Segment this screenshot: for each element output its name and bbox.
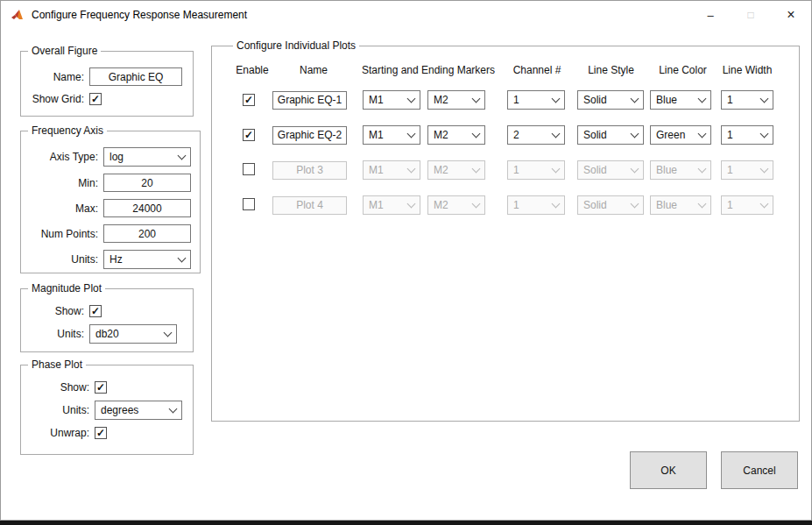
line-width-value: 1 (727, 164, 733, 176)
chevron-down-icon (552, 164, 561, 173)
close-button[interactable]: × (771, 1, 811, 29)
marker-start-value: M1 (369, 199, 384, 211)
plot2-name-input[interactable] (272, 126, 347, 145)
unwrap-checkbox[interactable] (95, 427, 107, 439)
plot3-marker-start-select: M1 (363, 160, 420, 180)
plot4-line-style-select: Solid (577, 195, 644, 215)
header-channel: Channel # (499, 64, 575, 76)
frequency-axis-legend: Frequency Axis (28, 124, 107, 137)
chevron-down-icon (164, 328, 173, 337)
chevron-down-icon (178, 151, 187, 160)
freq-units-select[interactable]: Hz (103, 250, 191, 269)
phase-plot-legend: Phase Plot (28, 358, 86, 371)
line-color-value: Green (656, 129, 685, 141)
plot1-line-width-select[interactable]: 1 (721, 90, 773, 110)
individual-plots-group: Configure Individual Plots Enable Name S… (211, 39, 800, 422)
plot2-line-color-select[interactable]: Green (650, 125, 711, 145)
magnitude-show-checkbox[interactable] (89, 305, 102, 317)
chevron-down-icon (407, 94, 416, 103)
chevron-down-icon (631, 94, 639, 103)
plot1-line-style-select[interactable]: Solid (577, 90, 644, 110)
marker-end-value: M2 (434, 94, 448, 106)
chevron-down-icon (552, 199, 561, 208)
unwrap-label: Unwrap: (30, 427, 89, 439)
header-line-width: Line Width (718, 64, 776, 76)
plot1-name-input[interactable] (272, 91, 347, 110)
magnitude-units-label: Units: (30, 328, 84, 340)
plot2-enable-checkbox[interactable] (243, 129, 255, 141)
chevron-down-icon (169, 404, 178, 413)
num-points-label: Num Points: (30, 228, 98, 240)
chevron-down-icon (698, 94, 707, 103)
plot4-marker-end-select: M2 (427, 195, 485, 215)
axis-type-select[interactable]: log (103, 147, 191, 167)
chevron-down-icon (760, 94, 769, 103)
magnitude-units-select[interactable]: db20 (89, 324, 177, 344)
chevron-down-icon (631, 164, 639, 173)
chevron-down-icon (698, 129, 707, 138)
plot2-line-style-select[interactable]: Solid (577, 125, 644, 145)
line-style-value: Solid (583, 94, 607, 106)
chevron-down-icon (472, 129, 481, 138)
phase-units-value: degrees (101, 404, 138, 416)
plot3-line-color-select: Blue (650, 160, 711, 180)
freq-units-label: Units: (30, 253, 98, 266)
chevron-down-icon (552, 129, 561, 138)
plot-row: M1 M2 1 Solid Blue 1 (235, 90, 790, 110)
cancel-button[interactable]: Cancel (721, 451, 798, 489)
chevron-down-icon (760, 199, 769, 208)
phase-units-label: Units: (30, 404, 89, 416)
plot2-marker-start-select[interactable]: M1 (363, 125, 420, 145)
plot2-line-width-select[interactable]: 1 (721, 125, 773, 145)
phase-show-checkbox[interactable] (95, 381, 107, 394)
plot1-channel-select[interactable]: 1 (507, 90, 565, 110)
plot4-line-color-select: Blue (650, 195, 711, 215)
minimize-button[interactable]: – (690, 1, 731, 29)
phase-show-label: Show: (30, 381, 89, 394)
plot3-enable-checkbox[interactable] (243, 163, 255, 175)
plot1-line-color-select[interactable]: Blue (650, 90, 711, 110)
plot4-channel-select: 1 (507, 195, 565, 215)
matlab-icon (11, 8, 25, 22)
window-title: Configure Frequency Response Measurement (32, 9, 247, 21)
show-grid-checkbox[interactable] (89, 93, 102, 105)
magnitude-units-value: db20 (95, 328, 119, 340)
header-enable: Enable (235, 64, 270, 76)
plot4-name-input (272, 196, 347, 215)
header-markers: Starting and Ending Markers (357, 64, 499, 76)
min-input[interactable] (103, 174, 191, 192)
magnitude-show-label: Show: (30, 305, 84, 317)
plot1-enable-checkbox[interactable] (243, 94, 255, 106)
chevron-down-icon (552, 94, 561, 103)
overall-figure-group: Overall Figure Name: Show Grid: (20, 45, 194, 117)
title-bar: Configure Frequency Response Measurement… (1, 1, 811, 29)
plot-row: M1 M2 2 Solid Green 1 (235, 125, 790, 145)
chevron-down-icon (631, 199, 639, 208)
header-name: Name (270, 64, 357, 76)
chevron-down-icon (178, 253, 187, 262)
freq-units-value: Hz (109, 253, 123, 266)
phase-units-select[interactable]: degrees (95, 401, 182, 420)
plot1-marker-start-select[interactable]: M1 (363, 90, 420, 110)
plot2-marker-end-select[interactable]: M2 (427, 125, 485, 145)
maximize-button: □ (731, 1, 771, 29)
header-line-color: Line Color (647, 64, 718, 76)
chevron-down-icon (760, 164, 769, 173)
line-color-value: Blue (656, 199, 677, 211)
marker-end-value: M2 (434, 164, 448, 176)
plot2-channel-select[interactable]: 2 (507, 125, 565, 145)
max-input[interactable] (103, 199, 191, 217)
plot-row: M1 M2 1 Solid Blue 1 (235, 160, 790, 180)
num-points-input[interactable] (103, 224, 191, 243)
ok-button[interactable]: OK (630, 451, 707, 489)
plot1-marker-end-select[interactable]: M2 (427, 90, 485, 110)
plot4-enable-checkbox[interactable] (243, 198, 255, 210)
line-style-value: Solid (583, 199, 607, 211)
line-style-value: Solid (583, 164, 607, 176)
line-color-value: Blue (656, 94, 677, 106)
chevron-down-icon (698, 199, 707, 208)
max-label: Max: (30, 202, 98, 215)
frequency-axis-group: Frequency Axis Axis Type: log Min: Max: … (20, 124, 201, 273)
figure-name-input[interactable] (89, 67, 182, 86)
line-width-value: 1 (727, 129, 733, 141)
